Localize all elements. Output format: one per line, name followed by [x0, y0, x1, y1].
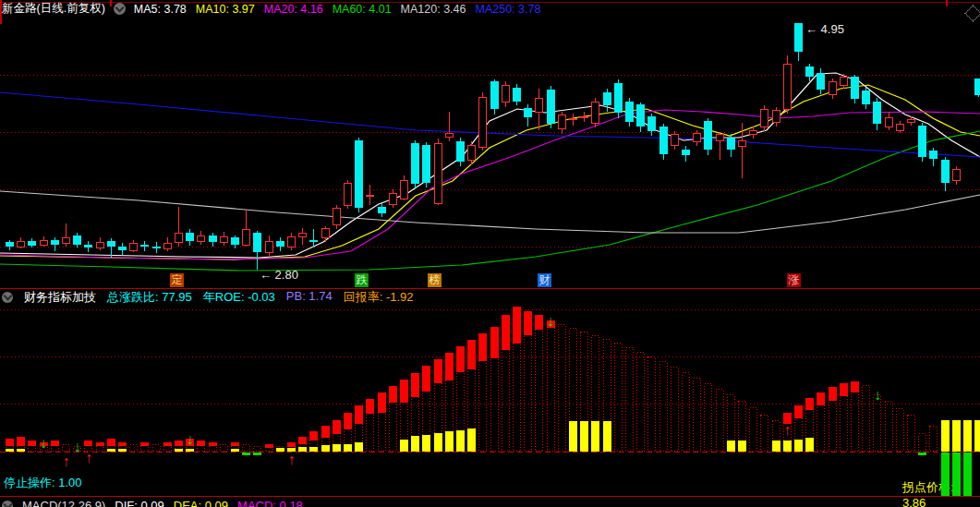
indicator-bar-yellow [344, 444, 352, 452]
indicator-bar-outline [761, 416, 768, 452]
candle-up [772, 111, 780, 123]
candle-down [378, 207, 386, 213]
indicator-bar-solid [366, 399, 374, 414]
candle-up [592, 103, 599, 124]
candle-down [918, 126, 926, 157]
ma-readout: MA10: 3.97 [196, 3, 255, 16]
candle-up [716, 135, 723, 141]
indicator-bar-yellow [963, 420, 972, 452]
indicator-bar-solid [309, 431, 318, 441]
buy-arrow-icon: ↑ [288, 452, 296, 467]
chart-canvas[interactable]: ↓↑↓↑↓↑↓↑↓ [0, 0, 980, 507]
indicator-bar-yellow [231, 449, 239, 452]
sell-arrow-icon: ↓ [187, 431, 194, 447]
indicator-bar-solid [524, 311, 532, 335]
symbol-title: 新金路(日线.前复权) [2, 1, 105, 17]
indicator-bar-solid [321, 426, 330, 438]
indicator-bar-outline [885, 402, 892, 452]
trading-terminal: 新金路(日线.前复权) MA5: 3.78MA10: 3.97MA20: 4.1… [0, 0, 980, 507]
indicator-bar-outline [243, 445, 250, 452]
candle-up [175, 234, 183, 243]
indicator-bar-yellow [445, 431, 454, 452]
indicator-bar-yellow [17, 449, 25, 452]
indicator-bar-outline [863, 386, 870, 452]
main-chart-header: 新金路(日线.前复权) MA5: 3.78MA10: 3.97MA20: 4.1… [2, 3, 540, 15]
candle-down [107, 241, 115, 247]
indicator-bar-outline [705, 384, 712, 452]
indicator-bar-solid [513, 307, 521, 344]
indicator-bar-yellow [727, 441, 735, 452]
candle-up [761, 110, 768, 127]
candle-up [265, 242, 272, 253]
indicator-bar-solid [478, 333, 487, 361]
candle-down [456, 141, 465, 162]
candle-up [671, 135, 678, 146]
candle-up [18, 242, 25, 247]
indicator-bar-outline [547, 321, 554, 452]
candle-down [513, 88, 521, 102]
candle-down [929, 151, 938, 159]
candle-up [96, 243, 103, 248]
candle-up [40, 241, 47, 246]
candle-up [479, 98, 487, 148]
indicator-bar-solid [140, 442, 149, 446]
indicator-readouts: 总涨跌比: 77.95年ROE: -0.03PB: 1.74回报率: -1.92 [107, 289, 414, 306]
indicator-bar-yellow [333, 444, 341, 452]
candle-down [873, 102, 881, 124]
candle-up [502, 86, 509, 103]
candle-down [603, 92, 611, 105]
indicator-bar-solid [535, 315, 543, 330]
indicator-bar-yellow [805, 438, 814, 452]
collapse-chevron-icon[interactable] [2, 501, 13, 507]
indicator-bar-outline [919, 434, 926, 452]
candle-down [636, 104, 645, 127]
indicator-bar-outline [908, 416, 915, 452]
ma-readouts: MA5: 3.78MA10: 3.97MA20: 4.16MA60: 4.01M… [134, 3, 541, 16]
indicator-bar-outline [614, 344, 622, 452]
indicator-bar-yellow [974, 420, 980, 452]
indicator-bar-yellow [321, 445, 330, 452]
candle-up [434, 144, 442, 204]
candle-down [547, 90, 555, 124]
indicator-readout: 总涨跌比: 77.95 [107, 289, 192, 306]
sell-arrow-icon: ↓ [74, 439, 81, 454]
indicator-bar-yellow [355, 442, 363, 452]
macd-readout: MACD: 0.18 [237, 499, 303, 507]
buy-arrow-icon: ↑ [63, 453, 70, 469]
indicator-bar-yellow [434, 433, 442, 452]
macd-readout: DEA: 0.09 [174, 499, 228, 507]
indicator-readout: 年ROE: -0.03 [203, 289, 275, 306]
indicator-bar-solid [84, 441, 92, 446]
indicator-bar-solid [411, 373, 419, 397]
indicator-bar-solid [118, 442, 127, 446]
indicator-bar-solid [467, 340, 476, 369]
indicator-bar-solid [6, 439, 14, 446]
candle-up [750, 131, 757, 135]
candle-up [220, 237, 227, 243]
candle-down [659, 127, 668, 154]
indicator-readout: 回报率: -1.92 [344, 289, 414, 306]
indicator-bar-outline [626, 348, 634, 452]
indicator-bar-solid [805, 398, 814, 410]
ma-line-ma20 [0, 110, 980, 260]
candle-up [288, 237, 296, 247]
collapse-chevron-icon[interactable] [114, 3, 126, 15]
ma-readout: MA120: 3.46 [401, 3, 466, 16]
indicator-bar-solid [28, 441, 36, 446]
candle-up [299, 234, 307, 237]
candle-up [840, 78, 847, 86]
indicator-bar-yellow [738, 441, 746, 452]
collapse-chevron-icon[interactable] [2, 292, 13, 303]
indicator-bar-yellow [603, 421, 611, 452]
indicator-bar-outline [637, 353, 645, 452]
indicator-bar-outline [254, 447, 261, 452]
candle-up [896, 125, 903, 131]
candle-up [243, 230, 250, 246]
indicator-bar-outline [63, 445, 70, 452]
indicator-bar-solid [445, 353, 454, 380]
candle-down [73, 235, 81, 245]
indicator-bar-outline [896, 409, 903, 452]
candle-down [51, 240, 59, 245]
indicator-bar-green [941, 453, 950, 496]
candle-up [163, 244, 171, 249]
